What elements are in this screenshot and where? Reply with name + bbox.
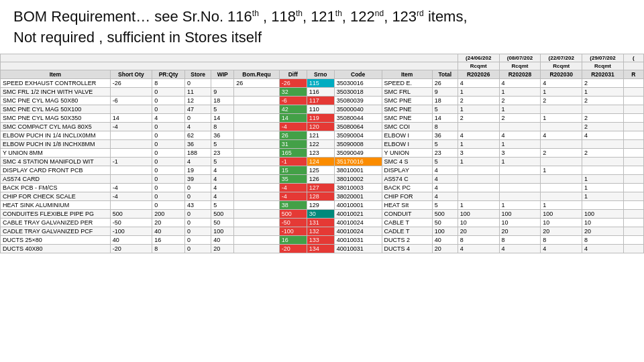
table-cell: 0 xyxy=(152,174,185,183)
col-srno: Srno xyxy=(307,70,334,78)
table-cell: -1 xyxy=(279,157,307,166)
table-cell: BACK PCB - FM/CS xyxy=(1,183,111,192)
table-cell: 134 xyxy=(307,244,334,253)
table-cell: 1 xyxy=(458,200,499,209)
table-cell: 0 xyxy=(152,105,185,113)
table-cell: 2 xyxy=(582,113,624,122)
table-cell: -4 xyxy=(279,122,307,131)
table-cell: 38010001 xyxy=(334,166,382,174)
table-cell: 4 xyxy=(458,78,499,87)
col-store: Store xyxy=(184,70,211,78)
table-cell xyxy=(458,166,499,174)
table-cell: 0 xyxy=(184,183,211,192)
table-cell xyxy=(458,122,499,131)
table-cell: 4 xyxy=(432,166,458,174)
table-row: Y UNION 8MM01882316512335090049Y UNION23… xyxy=(1,148,644,157)
table-cell xyxy=(234,148,280,157)
table-cell: 125 xyxy=(307,166,334,174)
table-cell: 9 xyxy=(211,87,234,96)
table-cell: 40 xyxy=(152,227,185,235)
table-cell: 2 xyxy=(582,78,624,87)
empty-cols2 xyxy=(1,62,458,70)
table-cell: 16 xyxy=(279,235,307,244)
table-cell: 4 xyxy=(499,78,541,87)
table-cell xyxy=(623,244,643,253)
table-cell: -4 xyxy=(110,192,152,200)
table-cell: 26 xyxy=(234,78,280,87)
table-cell: 500 xyxy=(432,209,458,218)
table-cell: CADLE TRAY GALVANIZED PCF xyxy=(1,227,111,235)
table-cell xyxy=(234,139,280,148)
table-cell: SMC COMPACT CYL MAG 80X5 xyxy=(1,122,111,131)
table-cell: 0 xyxy=(184,78,211,87)
table-cell: 5 xyxy=(211,200,234,209)
table-cell: 3 xyxy=(499,148,541,157)
table-cell: 12 xyxy=(184,96,211,105)
table-cell xyxy=(541,157,582,166)
table-cell xyxy=(623,157,643,166)
table-cell: 1 xyxy=(582,174,624,183)
table-cell: 0 xyxy=(184,113,211,122)
table-cell: 1 xyxy=(499,157,541,166)
table-cell: AS574 CARD xyxy=(1,174,111,183)
table-cell: SMC 4 STATION MANIFOLD WIT xyxy=(1,157,111,166)
table-cell: 36 xyxy=(432,131,458,139)
col-item: Item xyxy=(1,70,111,78)
table-cell: CHIP FOR xyxy=(382,192,432,200)
table-cell: 0 xyxy=(152,192,185,200)
table-cell: DUCTS 40X80 xyxy=(1,244,111,253)
table-cell xyxy=(110,131,152,139)
table-cell: 5 xyxy=(432,139,458,148)
table-cell: SMC COI xyxy=(382,122,432,131)
table-cell xyxy=(623,78,643,87)
table-cell xyxy=(110,87,152,96)
table-cell xyxy=(234,96,280,105)
table-cell: 35 xyxy=(279,174,307,183)
table-cell: 0 xyxy=(184,192,211,200)
table-row: ELBOW PUCH IN 1/4 INCLIХ0MM0623626121350… xyxy=(1,131,644,139)
table-cell: CADLE T xyxy=(382,227,432,235)
table-cell xyxy=(623,148,643,157)
table-cell: 1 xyxy=(541,87,582,96)
table-cell: 0 xyxy=(184,244,211,253)
table-cell: 9 xyxy=(432,87,458,96)
table-cell: 1 xyxy=(582,183,624,192)
table-cell: 4 xyxy=(211,174,234,183)
table-cell: 18 xyxy=(432,96,458,105)
col-r5: R xyxy=(623,70,643,78)
bom-table: (24/06/202 (08/07/202 (22/07/202 (29/07/… xyxy=(0,54,644,253)
table-cell: CABLE T xyxy=(382,218,432,227)
table-cell: SMC PNE CYL MAG 50X100 xyxy=(1,105,111,113)
table-cell: 5 xyxy=(211,105,234,113)
table-cell: 40 xyxy=(432,235,458,244)
table-cell xyxy=(541,192,582,200)
table-cell: 123 xyxy=(307,148,334,157)
table-cell: 1 xyxy=(582,87,624,96)
table-cell: 10 xyxy=(582,218,624,227)
table-cell: Y UNION xyxy=(382,148,432,157)
table-cell: 129 xyxy=(307,200,334,209)
table-cell: 188 xyxy=(184,148,211,157)
table-cell: 126 xyxy=(307,174,334,183)
table-row: CHIP FOR CHECK SCALE-4004-412838020001CH… xyxy=(1,192,644,200)
table-cell xyxy=(234,183,280,192)
table-cell: 2 xyxy=(582,122,624,131)
table-cell: 1 xyxy=(499,87,541,96)
table-cell: 100 xyxy=(458,209,499,218)
table-row: BACK PCB - FM/CS-4004-412738010003BACK P… xyxy=(1,183,644,192)
reqmt-5 xyxy=(623,62,643,70)
table-cell: 0 xyxy=(152,139,185,148)
col-code: Code xyxy=(334,70,382,78)
table-cell: CABLE TRAY GALVANIZED PER xyxy=(1,218,111,227)
table-cell: -100 xyxy=(110,227,152,235)
table-cell: 1 xyxy=(499,200,541,209)
table-cell: 8 xyxy=(582,235,624,244)
table-cell xyxy=(234,174,280,183)
table-cell: 0 xyxy=(152,96,185,105)
table-cell xyxy=(623,218,643,227)
table-cell xyxy=(110,105,152,113)
table-cell: 35030018 xyxy=(334,87,382,96)
table-cell: 35080044 xyxy=(334,113,382,122)
table-cell xyxy=(499,122,541,131)
col-r2: R202028 xyxy=(499,70,541,78)
